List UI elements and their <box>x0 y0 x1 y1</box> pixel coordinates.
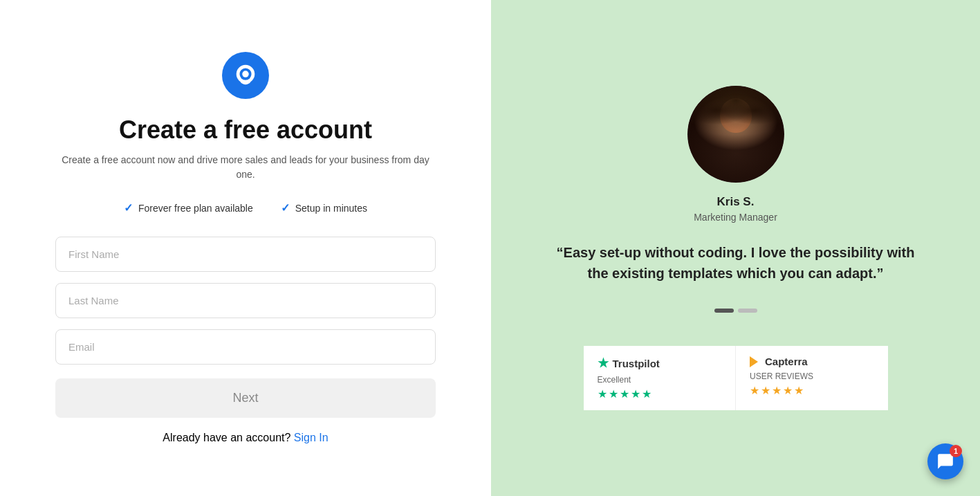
capterra-badge: Capterra USER REVIEWS ★ ★ ★ ★ ★ <box>736 346 888 410</box>
avatar <box>687 86 784 183</box>
chat-badge-count: 1 <box>950 445 962 457</box>
trustpilot-badge: ★ Trustpilot Excellent ★ ★ ★ ★ ★ <box>584 346 737 410</box>
first-name-group <box>55 237 436 272</box>
star-1: ★ <box>598 387 607 401</box>
logo-svg <box>232 62 259 89</box>
trustpilot-label: Excellent <box>598 375 631 385</box>
first-name-input[interactable] <box>55 237 436 272</box>
logo-icon <box>222 52 269 99</box>
cstar-5: ★ <box>794 384 804 397</box>
chat-bubble[interactable]: 1 <box>927 443 963 479</box>
feature-setup: ✓ Setup in minutes <box>281 201 367 214</box>
svg-point-2 <box>242 71 249 77</box>
star-3: ★ <box>620 387 629 401</box>
dot-2[interactable] <box>738 309 757 313</box>
person-name: Kris S. <box>717 195 755 209</box>
check-icon-setup: ✓ <box>281 201 290 214</box>
cstar-1: ★ <box>750 384 759 397</box>
feature-free: ✓ Forever free plan available <box>124 201 253 214</box>
last-name-input[interactable] <box>55 283 436 318</box>
right-panel: Kris S. Marketing Manager “Easy set-up w… <box>491 0 980 496</box>
logo <box>222 52 269 99</box>
signin-link[interactable]: Sign In <box>294 432 329 443</box>
star-4: ★ <box>631 387 640 401</box>
carousel-dots <box>714 309 757 313</box>
avatar-photo <box>687 86 784 183</box>
trust-badges: ★ Trustpilot Excellent ★ ★ ★ ★ ★ Capterr… <box>584 346 888 410</box>
capterra-brand: Capterra <box>750 356 808 367</box>
feature-setup-label: Setup in minutes <box>295 203 367 214</box>
next-button[interactable]: Next <box>55 378 436 418</box>
trustpilot-stars: ★ ★ ★ ★ ★ <box>598 387 651 401</box>
capterra-stars: ★ ★ ★ ★ ★ <box>750 384 804 397</box>
cstar-4: ★ <box>783 384 793 397</box>
features-row: ✓ Forever free plan available ✓ Setup in… <box>124 201 367 214</box>
last-name-group <box>55 283 436 318</box>
testimonial-text: “Easy set-up without coding. I love the … <box>556 242 916 284</box>
star-2: ★ <box>609 387 618 401</box>
feature-free-label: Forever free plan available <box>138 203 253 214</box>
left-panel: Create a free account Create a free acco… <box>0 0 491 496</box>
signin-prompt: Already have an account? Sign In <box>163 432 328 444</box>
trustpilot-name: Trustpilot <box>613 358 660 369</box>
check-icon-free: ✓ <box>124 201 133 214</box>
dot-1[interactable] <box>714 309 734 313</box>
page-subtitle: Create a free account now and drive more… <box>55 153 436 182</box>
cstar-3: ★ <box>772 384 782 397</box>
email-group <box>55 329 436 365</box>
person-role: Marketing Manager <box>694 212 777 223</box>
star-5: ★ <box>642 387 651 401</box>
trustpilot-star-icon: ★ <box>598 356 609 371</box>
capterra-name: Capterra <box>765 356 808 367</box>
signin-prompt-text: Already have an account? <box>163 432 290 443</box>
email-input[interactable] <box>55 329 436 365</box>
capterra-arrow-icon <box>750 356 758 367</box>
page-title: Create a free account <box>119 116 372 145</box>
trustpilot-brand: ★ Trustpilot <box>598 356 660 371</box>
capterra-label: USER REVIEWS <box>750 371 813 381</box>
cstar-2: ★ <box>761 384 770 397</box>
